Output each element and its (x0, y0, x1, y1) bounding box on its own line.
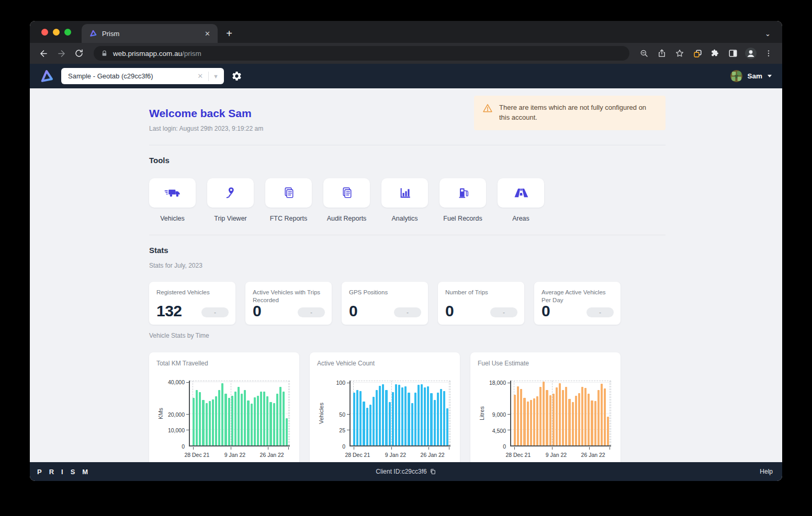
bar (196, 390, 198, 445)
bar (269, 402, 272, 445)
copy-icon[interactable] (430, 468, 436, 475)
y-tick-label: 0 (503, 443, 506, 450)
bar (266, 396, 268, 445)
bar (601, 384, 603, 445)
stat-trend-badge: - (587, 307, 614, 317)
chevron-down-icon[interactable]: ▼ (213, 73, 219, 79)
bar (549, 395, 551, 445)
bar (231, 396, 233, 445)
app-header: Sample - Geotab (c29cc3f6) ✕ ▼ Sam (30, 64, 782, 88)
clear-selection-icon[interactable]: ✕ (196, 72, 204, 80)
bar (254, 397, 256, 445)
tool-card-analytics[interactable] (381, 178, 428, 208)
user-name: Sam (747, 72, 762, 80)
user-menu[interactable]: Sam (730, 70, 772, 83)
tool-card-vehicles[interactable] (149, 178, 196, 208)
browser-profile-avatar[interactable] (743, 46, 758, 61)
tool-card-fuel-records[interactable] (439, 178, 486, 208)
tool-card-areas[interactable] (498, 178, 544, 208)
tab-group-icon[interactable] (690, 46, 705, 61)
bar (565, 387, 567, 445)
side-panel-icon[interactable] (726, 46, 740, 61)
tool-ftc-reports: FTC Reports (265, 178, 312, 222)
bar (578, 393, 580, 445)
close-window-button[interactable] (41, 29, 48, 36)
bar (414, 393, 416, 445)
x-tick-label: 28 Dec 21 (345, 452, 370, 458)
new-tab-button[interactable]: + (222, 26, 236, 41)
bar (604, 388, 606, 445)
browser-tab[interactable]: Prism ✕ (82, 24, 218, 43)
y-tick-label: 4,500 (492, 428, 506, 434)
tool-card-audit-reports[interactable] (323, 178, 370, 208)
y-axis-ticks: 02550100 (325, 381, 349, 446)
x-tick-label: 9 Jan 22 (224, 452, 245, 458)
y-tick-label: 100 (336, 380, 345, 386)
stat-value: 132 (156, 302, 182, 320)
share-icon[interactable] (655, 46, 669, 61)
chart-plot: 28 Dec 219 Jan 2226 Jan 22 (189, 381, 290, 446)
tool-label: Audit Reports (327, 215, 367, 222)
warning-alert-text: There are items which are not fully conf… (499, 103, 657, 123)
account-selector[interactable]: Sample - Geotab (c29cc3f6) ✕ ▼ (61, 68, 224, 84)
bar (382, 384, 384, 445)
stat-trend-badge: - (394, 307, 421, 317)
bar (594, 401, 596, 445)
bar (376, 390, 378, 445)
bar (373, 397, 375, 445)
stat-card: GPS Positions0- (342, 282, 428, 325)
selector-divider (208, 72, 209, 81)
zoom-search-icon[interactable] (637, 46, 651, 61)
browser-tabstrip: Prism ✕ + ⌄ (30, 21, 782, 43)
documents-icon (282, 187, 295, 200)
bar (283, 392, 285, 445)
fullscreen-window-button[interactable] (64, 29, 71, 36)
bar (401, 387, 403, 445)
bar (421, 384, 423, 445)
tool-fuel-records: Fuel Records (439, 178, 486, 222)
reload-icon[interactable] (72, 46, 86, 61)
settings-gear-icon[interactable] (231, 71, 242, 82)
help-link[interactable]: Help (760, 468, 773, 475)
bar (552, 394, 555, 445)
extensions-puzzle-icon[interactable] (708, 46, 723, 61)
tool-trip-viewer: Trip Viewer (207, 178, 254, 222)
user-avatar (730, 70, 743, 83)
tool-card-ftc-reports[interactable] (265, 178, 312, 208)
bar (241, 394, 243, 445)
bar (279, 387, 281, 445)
stat-label: Registered Vehicles (156, 289, 228, 296)
client-id: Client ID:c29cc3f6 (376, 468, 436, 475)
tab-close-icon[interactable]: ✕ (202, 29, 212, 39)
main-content: Welcome back Sam Last login: August 29th… (30, 88, 782, 462)
back-icon[interactable] (36, 46, 51, 61)
bar (369, 405, 371, 445)
tab-search-chevron-icon[interactable]: ⌄ (765, 30, 771, 38)
stat-trend-badge: - (298, 307, 325, 317)
app-footer: PRISM Client ID:c29cc3f6 Help (30, 462, 782, 481)
tool-card-trip-viewer[interactable] (207, 178, 254, 208)
bar (440, 389, 442, 445)
minimize-window-button[interactable] (53, 29, 60, 36)
bar (430, 393, 432, 445)
address-bar[interactable]: web.prismapp.com.au/prism (94, 46, 629, 61)
bar (385, 390, 387, 445)
y-axis-label: Vehicles (317, 381, 325, 446)
stat-trend-badge: - (201, 307, 229, 317)
bar (424, 387, 426, 445)
forward-icon[interactable] (54, 46, 69, 61)
bar (591, 400, 593, 445)
x-tick-label: 28 Dec 21 (505, 452, 531, 458)
browser-menu-kebab-icon[interactable] (761, 46, 776, 61)
bar (202, 400, 204, 445)
chart-title: Active Vehicle Count (317, 360, 453, 367)
bar (212, 399, 214, 445)
bar (353, 393, 355, 445)
bar (446, 408, 448, 445)
stats-heading: Stats (149, 246, 666, 255)
bookmark-star-icon[interactable] (672, 46, 687, 61)
bar (366, 408, 368, 445)
tools-heading: Tools (149, 156, 666, 165)
y-tick-label: 40,000 (168, 379, 185, 385)
tab-title: Prism (102, 30, 198, 38)
